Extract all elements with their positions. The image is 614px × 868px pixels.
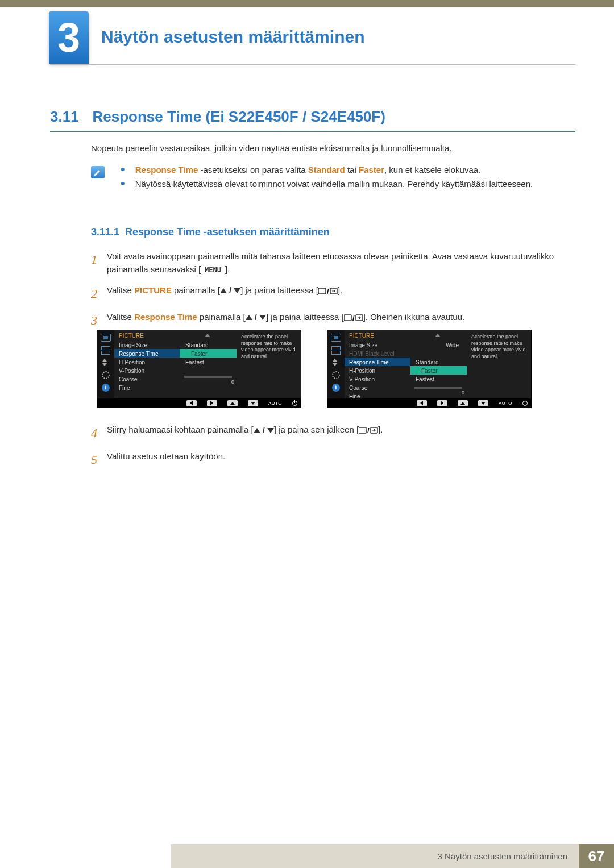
picture-tab-icon — [101, 334, 111, 342]
step-number: 3 — [91, 311, 107, 330]
info-tab-icon: i — [102, 384, 110, 392]
section-heading: 3.11 Response Time (Ei S22E450F / S24E45… — [50, 108, 575, 132]
osd-option-selected: Faster — [180, 349, 237, 358]
chapter-number-badge: 3 — [49, 11, 89, 64]
subsection-heading: 3.11.1 Response Time -asetuksen määrittä… — [91, 226, 330, 238]
osd-item: V-Position — [114, 366, 180, 375]
osd-description: Accelerate the panel response rate to ma… — [467, 330, 531, 398]
osd-option: Fastest — [410, 375, 467, 383]
osd-item: Coarse — [345, 383, 410, 392]
steps-continued: 4 Siirry haluamaasi kohtaan painamalla [… — [91, 423, 569, 477]
osd-option: Standard — [180, 340, 237, 349]
step-5-text: Valittu asetus otetaan käyttöön. — [107, 450, 225, 469]
osd-panel-left: i PICTURE Image Size Response Time H-Pos… — [97, 330, 301, 408]
osd-nav-bar: AUTO — [97, 398, 301, 408]
osd-menu: PICTURE Image Size HDMI Black Level Resp… — [345, 330, 410, 398]
step-number: 5 — [91, 450, 107, 469]
osd-value: Wide — [410, 340, 467, 349]
settings-tab-icon — [102, 371, 110, 379]
svg-text:/: / — [367, 426, 370, 434]
note-1: Response Time -asetukseksi on paras vali… — [135, 165, 481, 175]
enter-source-icon: / — [359, 425, 378, 434]
step-number: 2 — [91, 284, 107, 303]
osd-item: Image Size — [114, 340, 180, 349]
osd-slider — [414, 387, 462, 389]
osd-item: Image Size — [345, 340, 410, 349]
power-icon — [292, 401, 297, 406]
osd-item: H-Position — [345, 366, 410, 375]
page-footer: 3 Näytön asetusten määrittäminen 67 — [0, 844, 614, 868]
bullet-icon: • — [121, 165, 125, 175]
enter-source-icon: / — [318, 285, 338, 295]
svg-text:/: / — [327, 287, 329, 295]
chapter-title: Näytön asetusten määrittäminen — [101, 27, 364, 47]
chapter-divider — [50, 64, 575, 65]
step-number: 1 — [91, 250, 107, 276]
osd-item: Fine — [114, 383, 180, 392]
step-number: 4 — [91, 423, 107, 442]
scroll-up-icon — [435, 334, 441, 337]
position-tab-icon — [331, 359, 341, 367]
step-1-text: Voit avata avainoppaan painamalla mitä t… — [107, 250, 569, 276]
osd-menu: PICTURE Image Size Response Time H-Posit… — [114, 330, 180, 398]
section-title: Response Time (Ei S22E450F / S24E450F) — [92, 108, 385, 125]
picture-tab-icon — [331, 334, 341, 342]
osd-screenshots: i PICTURE Image Size Response Time H-Pos… — [97, 330, 532, 408]
info-tab-icon: i — [332, 384, 340, 392]
position-tab-icon — [101, 359, 111, 367]
screens-tab-icon — [101, 346, 111, 354]
up-down-icon: / — [246, 311, 266, 324]
osd-item-selected: Response Time — [114, 349, 180, 358]
up-down-icon: / — [220, 284, 240, 297]
scroll-up-icon — [205, 334, 210, 337]
section-intro-text: Nopeuta paneelin vastausaikaa, jolloin v… — [91, 143, 569, 153]
bullet-icon: • — [121, 179, 125, 189]
note-icon — [91, 166, 105, 178]
power-icon — [522, 401, 528, 406]
note-block: • Response Time -asetukseksi on paras va… — [91, 165, 569, 193]
svg-rect-6 — [359, 427, 366, 433]
step-2-text: Valitse PICTURE painamalla [/] ja paina … — [107, 284, 342, 303]
osd-item-selected: Response Time — [345, 358, 410, 366]
page-number: 67 — [579, 844, 614, 868]
osd-options: Standard Faster Fastest 0 — [180, 330, 237, 398]
note-2: Näytössä käytettävissä olevat toiminnot … — [135, 179, 533, 189]
step-3-text: Valitse Response Time painamalla [/] ja … — [107, 311, 464, 330]
steps-list: 1 Voit avata avainoppaan painamalla mitä… — [91, 250, 569, 338]
osd-slider-value: 0 — [180, 379, 237, 385]
enter-source-icon: / — [344, 312, 363, 322]
menu-button-label: MENU — [201, 264, 225, 276]
osd-item-disabled: HDMI Black Level — [345, 349, 410, 358]
osd-sidebar: i — [97, 330, 114, 398]
osd-option-selected: Faster — [410, 366, 467, 375]
svg-rect-0 — [318, 288, 326, 294]
osd-item: Coarse — [114, 375, 180, 383]
osd-item: Fine — [345, 392, 410, 400]
footer-chapter-ref: 3 Näytön asetusten määrittäminen — [171, 844, 579, 868]
osd-options: Wide Standard Faster Fastest 0 — [410, 330, 467, 398]
osd-option: Fastest — [180, 358, 237, 366]
osd-option: Standard — [410, 358, 467, 366]
step-4-text: Siirry haluamaasi kohtaan painamalla [/]… — [107, 423, 383, 442]
osd-description: Accelerate the panel response rate to ma… — [237, 330, 301, 398]
up-down-icon: / — [254, 424, 274, 437]
osd-item: H-Position — [114, 358, 180, 366]
settings-tab-icon — [332, 371, 340, 379]
osd-item: V-Position — [345, 375, 410, 383]
screens-tab-icon — [331, 346, 341, 354]
osd-slider — [184, 376, 232, 378]
osd-sidebar: i — [327, 330, 345, 398]
svg-rect-3 — [344, 315, 351, 321]
section-number: 3.11 — [50, 108, 90, 126]
osd-slider-value: 0 — [410, 390, 467, 396]
svg-text:/: / — [352, 314, 355, 322]
osd-panel-right: i PICTURE Image Size HDMI Black Level Re… — [327, 330, 532, 408]
top-accent-bar — [0, 0, 614, 7]
